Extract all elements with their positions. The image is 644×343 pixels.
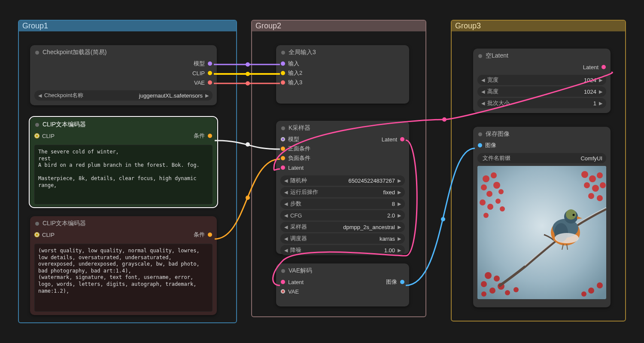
widget-height[interactable]: ◀高度1024▶ — [477, 86, 606, 97]
node-clip-text-encode-negative[interactable]: CLIP文本编码器 CLIP 条件 (worst quality, low qu… — [30, 216, 217, 315]
node-title[interactable]: CLIP文本编码器 — [30, 216, 217, 230]
svg-point-32 — [505, 290, 510, 295]
arrow-left-icon[interactable]: ◀ — [283, 224, 289, 230]
collapse-dot-icon[interactable] — [478, 54, 482, 58]
svg-point-23 — [592, 185, 599, 192]
group-3[interactable]: Group3 空Latent Latent ◀宽度1024▶ ◀高度1024▶ … — [451, 20, 626, 322]
arrow-right-icon[interactable]: ▶ — [396, 213, 402, 218]
output-image-preview[interactable] — [477, 166, 606, 299]
arrow-right-icon[interactable]: ▶ — [598, 101, 604, 106]
port-cond-out[interactable] — [208, 233, 212, 237]
input-model: 模型 — [288, 135, 299, 143]
collapse-dot-icon[interactable] — [478, 132, 482, 136]
widget-filename-prefix[interactable]: 文件名前缀 ComfyUI — [477, 153, 606, 163]
widget-batch[interactable]: ◀批次大小1▶ — [477, 98, 606, 108]
port-vae-in[interactable] — [281, 289, 285, 294]
widget-cfg[interactable]: ◀CFG2.0▶ — [280, 210, 405, 220]
arrow-left-icon[interactable]: ◀ — [283, 213, 289, 218]
port-image-in[interactable] — [478, 143, 482, 147]
textarea-prompt[interactable]: The severe cold of winter, rest A bird o… — [34, 145, 213, 204]
node-empty-latent[interactable]: 空Latent Latent ◀宽度1024▶ ◀高度1024▶ ◀批次大小1▶ — [473, 49, 611, 113]
port-positive-in[interactable] — [281, 147, 285, 151]
arrow-left-icon[interactable]: ◀ — [283, 236, 289, 242]
node-title[interactable]: 保存图像 — [473, 127, 611, 141]
input-1-label: 输入 — [288, 60, 299, 67]
arrow-left-icon[interactable]: ◀ — [283, 248, 289, 253]
port-vae[interactable] — [208, 80, 212, 85]
arrow-left-icon[interactable]: ◀ — [283, 178, 289, 184]
widget-sampler[interactable]: ◀采样器dpmpp_2s_ancestral▶ — [280, 222, 405, 232]
widget-scheduler[interactable]: ◀调度器karras▶ — [280, 233, 405, 244]
input-positive: 正面条件 — [288, 145, 310, 153]
node-title[interactable]: VAE解码 — [276, 263, 409, 277]
node-clip-text-encode-positive[interactable]: CLIP文本编码器 CLIP 条件 The severe cold of win… — [30, 117, 217, 207]
port-model-in[interactable] — [281, 137, 285, 141]
node-title[interactable]: Checkpoint加载器(简易) — [30, 45, 217, 59]
arrow-right-icon[interactable]: ▶ — [598, 89, 604, 95]
arrow-right-icon[interactable]: ▶ — [598, 77, 604, 83]
widget-width[interactable]: ◀宽度1024▶ — [477, 75, 606, 85]
collapse-dot-icon[interactable] — [281, 126, 285, 130]
node-global-input-3[interactable]: 全局输入3 输入 输入2 输入3 — [276, 45, 409, 104]
svg-point-1 — [246, 72, 250, 76]
port-model[interactable] — [208, 61, 212, 66]
widget-denoise[interactable]: ◀降噪1.00▶ — [280, 245, 405, 255]
node-ksampler[interactable]: K采样器 模型 Latent 正面条件 负面条件 Latent ◀随机种6502… — [276, 121, 409, 254]
widget-checkpoint-name[interactable]: ◀ Checkpoint名称 juggernautXL.safetensors … — [34, 90, 213, 101]
port-latent-out[interactable] — [400, 137, 404, 141]
port-image-out[interactable] — [400, 280, 404, 284]
group-1-title[interactable]: Group1 — [19, 21, 236, 31]
widget-steps[interactable]: ◀步数8▶ — [280, 199, 405, 209]
arrow-right-icon[interactable]: ▶ — [204, 93, 210, 98]
port-in-3[interactable] — [281, 80, 285, 85]
node-vae-decode[interactable]: VAE解码 Latent 图像 VAE — [276, 263, 409, 306]
port-clip-in[interactable] — [35, 134, 39, 138]
collapse-dot-icon[interactable] — [281, 51, 285, 55]
arrow-left-icon[interactable]: ◀ — [480, 89, 486, 95]
port-latent-out[interactable] — [601, 65, 606, 69]
arrow-right-icon[interactable]: ▶ — [396, 224, 402, 230]
group-2[interactable]: Group2 全局输入3 输入 输入2 输入3 K采样器 模型 Late — [251, 20, 426, 317]
group-3-title[interactable]: Group3 — [452, 21, 625, 31]
svg-point-31 — [489, 288, 495, 294]
arrow-right-icon[interactable]: ▶ — [396, 190, 402, 195]
output-cond: 条件 — [194, 231, 205, 239]
port-negative-in[interactable] — [281, 156, 285, 160]
collapse-dot-icon[interactable] — [281, 269, 285, 273]
arrow-left-icon[interactable]: ◀ — [480, 77, 486, 83]
port-latent-in[interactable] — [281, 280, 285, 284]
collapse-dot-icon[interactable] — [35, 222, 39, 226]
widget-after[interactable]: ◀运行后操作fixed▶ — [280, 187, 405, 197]
port-clip[interactable] — [208, 71, 212, 75]
arrow-left-icon[interactable]: ◀ — [37, 93, 43, 98]
svg-point-42 — [573, 214, 575, 216]
node-title[interactable]: K采样器 — [276, 121, 409, 135]
node-title[interactable]: 空Latent — [473, 49, 611, 62]
svg-point-36 — [597, 282, 603, 288]
port-in-1[interactable] — [281, 61, 285, 66]
port-in-2[interactable] — [281, 71, 285, 75]
node-save-image[interactable]: 保存图像 图像 文件名前缀 ComfyUI — [473, 127, 611, 307]
node-checkpoint-loader[interactable]: Checkpoint加载器(简易) 模型 CLIP VAE ◀ Checkpoi… — [30, 45, 217, 105]
textarea-negative-prompt[interactable]: (worst quality, low quality, normal qual… — [34, 244, 213, 312]
collapse-dot-icon[interactable] — [35, 123, 39, 127]
arrow-right-icon[interactable]: ▶ — [396, 178, 402, 184]
node-title-text: VAE解码 — [289, 267, 312, 275]
node-title[interactable]: 全局输入3 — [276, 45, 409, 59]
collapse-dot-icon[interactable] — [35, 51, 39, 55]
arrow-left-icon[interactable]: ◀ — [480, 101, 486, 106]
widget-seed[interactable]: ◀随机种650245224837267▶ — [280, 175, 405, 186]
port-latent-in[interactable] — [281, 165, 285, 170]
arrow-left-icon[interactable]: ◀ — [283, 190, 289, 195]
arrow-left-icon[interactable]: ◀ — [283, 201, 289, 207]
group-1[interactable]: Group1 Checkpoint加载器(简易) 模型 CLIP VAE ◀ — [18, 20, 237, 323]
port-cond-out[interactable] — [208, 134, 212, 138]
arrow-right-icon[interactable]: ▶ — [396, 201, 402, 207]
svg-point-28 — [494, 276, 500, 282]
arrow-right-icon[interactable]: ▶ — [396, 248, 402, 253]
arrow-right-icon[interactable]: ▶ — [396, 236, 402, 242]
svg-point-22 — [584, 182, 590, 188]
group-2-title[interactable]: Group2 — [252, 21, 425, 31]
port-clip-in[interactable] — [35, 233, 39, 237]
node-title[interactable]: CLIP文本编码器 — [30, 117, 217, 131]
